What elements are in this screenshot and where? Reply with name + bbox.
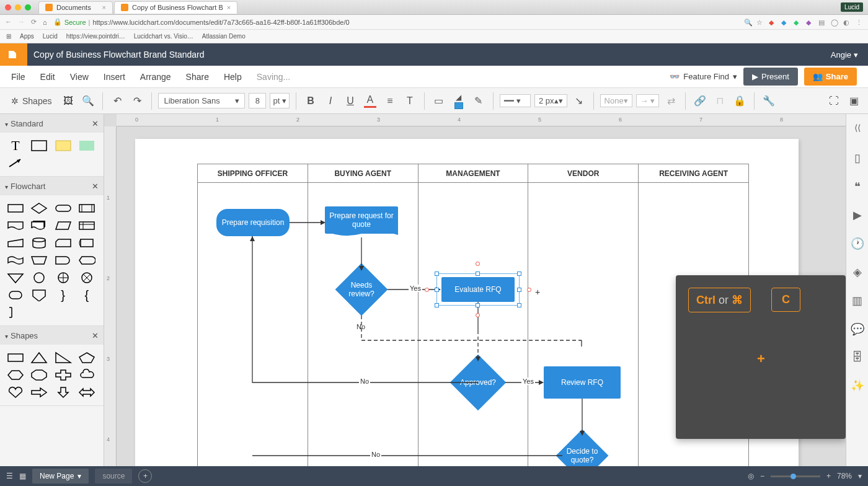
menu-share[interactable]: Share	[186, 72, 209, 82]
fc-decision[interactable]	[30, 201, 48, 215]
wrench-button[interactable]: 🔧	[761, 93, 777, 109]
arrow-end-select[interactable]: → ▾	[636, 94, 660, 107]
arrow-start-select[interactable]: None ▾	[600, 94, 632, 107]
menu-icon[interactable]: ⋮	[856, 19, 863, 26]
fc-multidoc[interactable]	[30, 219, 48, 232]
sh-arrow-dbl[interactable]	[78, 386, 96, 399]
node-prepare-quote[interactable]: Prepare request for quote	[325, 206, 398, 234]
minimize-window-icon[interactable]	[15, 4, 21, 11]
star-icon[interactable]: ☆	[756, 19, 764, 26]
zoom-out-icon[interactable]: −	[760, 472, 764, 480]
lane-header[interactable]: SHIPPING OFFICER	[198, 164, 308, 182]
sh-octagon[interactable]	[30, 368, 48, 382]
home-icon[interactable]: ⌂	[43, 19, 47, 26]
present-icon[interactable]: ▶	[853, 208, 862, 222]
user-menu[interactable]: Angie ▾	[821, 50, 868, 60]
target-icon[interactable]: ◎	[748, 472, 754, 480]
line-options-button[interactable]: ↘	[571, 93, 587, 109]
source-tab[interactable]: source	[95, 469, 132, 484]
sh-cloud[interactable]	[78, 368, 96, 382]
swimlane-container[interactable]: SHIPPING OFFICER BUYING AGENT MANAGEMENT…	[197, 164, 749, 486]
forward-icon[interactable]: →	[18, 18, 25, 26]
fc-data-io[interactable]	[54, 219, 73, 232]
sh-rect[interactable]	[6, 351, 25, 365]
close-panel-icon[interactable]: ✕	[92, 331, 99, 340]
search-button[interactable]: 🔍	[80, 93, 96, 109]
panel-header-shapes[interactable]: ▾Shapes ✕	[0, 326, 104, 345]
bookmark[interactable]: Apps	[20, 33, 34, 40]
fc-tape[interactable]	[6, 254, 25, 267]
ext3-icon[interactable]: ◆	[794, 19, 801, 26]
lane-header[interactable]: MANAGEMENT	[418, 164, 529, 182]
search-icon[interactable]: 🔍	[744, 19, 751, 26]
fc-sum[interactable]	[54, 271, 73, 285]
border-color-button[interactable]: ✎	[471, 93, 487, 109]
lane-header[interactable]: RECEIVING AGENT	[639, 164, 748, 182]
magnet-button[interactable]: ⊓	[712, 93, 728, 109]
close-window-icon[interactable]	[5, 4, 11, 11]
bookmark[interactable]: Lucid	[43, 33, 58, 40]
fc-manual-op[interactable]	[30, 254, 48, 267]
fc-brace-r[interactable]: }	[54, 288, 73, 302]
chat-icon[interactable]: 💬	[851, 322, 864, 336]
page-icon[interactable]: ▯	[854, 151, 861, 165]
fc-predefined[interactable]	[78, 201, 96, 215]
line-jump-button[interactable]: ⇄	[663, 93, 679, 109]
fc-database[interactable]	[30, 236, 48, 250]
url-input[interactable]: 🔒 Secure | https://www.lucidchart.com/do…	[53, 18, 738, 26]
fill-button[interactable]: ◢	[451, 93, 467, 109]
font-unit-select[interactable]: pt ▾	[270, 93, 289, 108]
fc-connector[interactable]	[30, 271, 48, 285]
reload-icon[interactable]: ⟳	[31, 18, 37, 26]
ext5-icon[interactable]: ▤	[818, 19, 826, 26]
list-view-icon[interactable]: ☰	[6, 472, 13, 480]
sh-hexagon[interactable]	[6, 368, 25, 382]
fullscreen-button[interactable]: ⛶	[826, 93, 842, 109]
fc-delay[interactable]	[54, 254, 73, 267]
menu-file[interactable]: File	[11, 72, 25, 82]
close-tab-icon[interactable]: ×	[102, 4, 106, 11]
sh-arrow-d[interactable]	[54, 386, 73, 399]
fc-brace-l[interactable]: {	[78, 288, 96, 302]
feature-find[interactable]: 👓 Feature Find ▾	[670, 72, 737, 81]
text-options-button[interactable]: T	[402, 93, 418, 109]
ext2-icon[interactable]: ◆	[781, 19, 789, 26]
sh-pentagon[interactable]	[78, 351, 96, 365]
fc-process[interactable]	[6, 201, 25, 215]
ext4-icon[interactable]: ◆	[806, 19, 813, 26]
fc-stored[interactable]	[78, 236, 96, 250]
sh-rtriangle[interactable]	[54, 351, 73, 365]
grid-view-icon[interactable]: ▦	[19, 472, 26, 480]
maximize-window-icon[interactable]	[25, 4, 31, 11]
text-color-button[interactable]: A	[362, 93, 378, 109]
fc-merge[interactable]	[6, 271, 25, 285]
shapes-button[interactable]: ✲ Shapes	[6, 92, 56, 110]
fc-terminator[interactable]	[54, 201, 73, 215]
fc-sort[interactable]	[6, 288, 25, 302]
mac-window-controls[interactable]	[5, 4, 31, 11]
present-button[interactable]: ▶ Present	[743, 68, 798, 86]
magic-icon[interactable]: ✨	[851, 379, 864, 392]
selection-box[interactable]	[436, 273, 520, 306]
ext6-icon[interactable]: ◯	[831, 19, 838, 26]
sh-arrow-r[interactable]	[30, 386, 48, 399]
data-icon[interactable]: 🗄	[852, 351, 863, 364]
canvas-area[interactable]: 0 1 2 3 4 5 6 7 8 1 2 3 4 SHIPPING OFFIC…	[104, 114, 846, 486]
lane-header[interactable]: BUYING AGENT	[308, 164, 418, 182]
fc-offpage[interactable]	[30, 288, 48, 302]
fc-manual-input[interactable]	[6, 236, 25, 250]
bookmark[interactable]: https://view.pointdri…	[66, 33, 125, 40]
align-button[interactable]: ≡	[382, 93, 398, 109]
rect-shape[interactable]	[30, 139, 48, 152]
line-style-select[interactable]: ━━ ▾	[500, 94, 531, 107]
zoom-in-icon[interactable]: +	[826, 472, 831, 480]
sh-cross[interactable]	[54, 368, 73, 382]
zoom-slider[interactable]	[771, 475, 820, 477]
master-icon[interactable]: ▥	[852, 294, 862, 307]
close-panel-icon[interactable]: ✕	[92, 182, 99, 191]
bookmark[interactable]: Lucidchart vs. Visio…	[134, 33, 193, 40]
menu-view[interactable]: View	[70, 72, 89, 82]
app-logo[interactable]	[0, 43, 27, 66]
text-shape[interactable]: T	[6, 139, 25, 152]
fc-document[interactable]	[6, 219, 25, 232]
